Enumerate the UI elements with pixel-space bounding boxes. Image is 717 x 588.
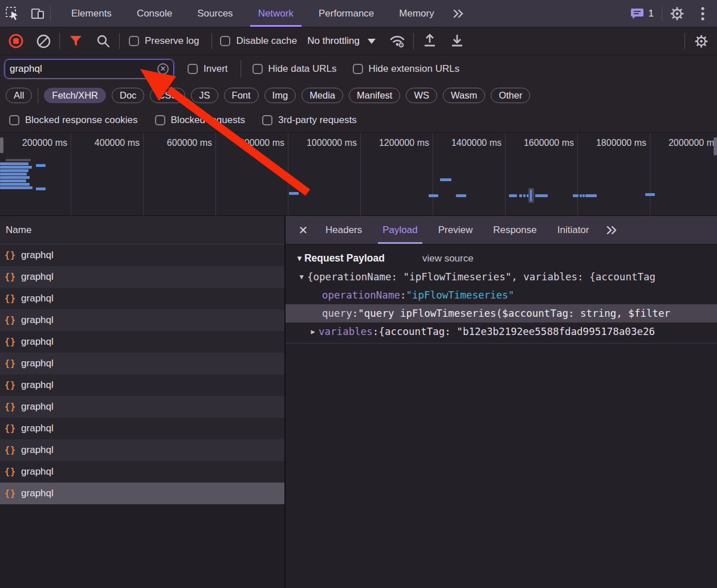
- panel-tab[interactable]: Memory: [386, 0, 446, 27]
- detail-tab[interactable]: Response: [483, 216, 547, 244]
- checkbox-box: [188, 64, 198, 74]
- request-row[interactable]: {} graphql: [0, 374, 284, 396]
- detail-tab[interactable]: Payload: [372, 216, 427, 244]
- payload-query-line[interactable]: query: "query ipFlowTimeseries($accountT…: [286, 304, 717, 322]
- payload-root-line[interactable]: ▼ {operationName: "ipFlowTimeseries", va…: [286, 268, 717, 286]
- request-row[interactable]: {} graphql: [0, 309, 284, 331]
- waterfall-bar[interactable]: [0, 173, 27, 175]
- record-button[interactable]: [5, 30, 27, 52]
- request-row[interactable]: {} graphql: [0, 461, 284, 483]
- import-har-icon[interactable]: [418, 30, 441, 52]
- timeline-scroll-handle-right[interactable]: [714, 137, 717, 156]
- chip-all[interactable]: All: [6, 88, 32, 103]
- request-row[interactable]: {} graphql: [0, 396, 284, 418]
- waterfall-bar[interactable]: [585, 194, 597, 197]
- collapse-triangle-icon[interactable]: ▼: [296, 254, 303, 263]
- more-detail-tabs-chevron[interactable]: [599, 216, 625, 244]
- type-chip[interactable]: Other: [491, 88, 530, 103]
- waterfall-bar[interactable]: [36, 164, 46, 167]
- filter-option-checkbox[interactable]: 3rd-party requests: [262, 115, 357, 126]
- issues-button[interactable]: 1: [625, 7, 659, 20]
- waterfall-selection-marker[interactable]: [528, 188, 534, 203]
- type-chip[interactable]: Wasm: [443, 88, 485, 103]
- more-tabs-chevron[interactable]: [447, 0, 471, 27]
- type-chip[interactable]: Font: [224, 88, 259, 103]
- invert-checkbox[interactable]: Invert: [188, 63, 228, 75]
- kebab-menu-icon[interactable]: [692, 6, 714, 21]
- waterfall-bar[interactable]: [645, 193, 655, 196]
- waterfall-bar[interactable]: [0, 166, 32, 169]
- panel-tab[interactable]: Network: [246, 0, 306, 27]
- request-row[interactable]: {} graphql: [0, 418, 284, 439]
- waterfall-bar[interactable]: [456, 194, 466, 197]
- waterfall-bar[interactable]: [0, 169, 28, 172]
- request-row[interactable]: {} graphql: [0, 244, 284, 266]
- waterfall-bar[interactable]: [0, 162, 28, 165]
- waterfall-bar[interactable]: [580, 194, 582, 197]
- throttling-dropdown[interactable]: No throttling: [302, 35, 381, 47]
- panel-tab[interactable]: Performance: [306, 0, 386, 27]
- network-settings-gear-icon[interactable]: [690, 30, 712, 52]
- request-row[interactable]: {} graphql: [0, 439, 284, 461]
- waterfall-bar[interactable]: [582, 194, 585, 197]
- inspect-element-icon[interactable]: [0, 0, 25, 27]
- type-chip[interactable]: JS: [191, 88, 218, 103]
- waterfall-bar[interactable]: [0, 179, 26, 182]
- type-chip[interactable]: Media: [302, 88, 343, 103]
- filter-funnel-icon[interactable]: [64, 30, 87, 52]
- waterfall-bar[interactable]: [0, 183, 30, 186]
- waterfall-bar[interactable]: [523, 194, 525, 197]
- payload-variables-line[interactable]: ▶ variables: {accountTag: "b12e3b2192ee5…: [286, 322, 717, 341]
- payload-operation-name-line[interactable]: operationName: "ipFlowTimeseries": [286, 286, 717, 304]
- request-row[interactable]: {} graphql: [0, 483, 284, 504]
- device-toolbar-icon[interactable]: [25, 0, 50, 27]
- waterfall-bar[interactable]: [440, 178, 451, 181]
- waterfall-bar[interactable]: [36, 187, 46, 190]
- waterfall-bar[interactable]: [429, 194, 438, 197]
- request-row[interactable]: {} graphql: [0, 331, 284, 353]
- disable-cache-checkbox[interactable]: Disable cache: [220, 35, 297, 47]
- hide-data-urls-checkbox[interactable]: Hide data URLs: [252, 63, 337, 75]
- network-conditions-icon[interactable]: [386, 30, 409, 52]
- filter-option-checkbox[interactable]: Blocked response cookies: [9, 115, 138, 126]
- clear-filter-icon[interactable]: ✕: [157, 63, 169, 75]
- request-row[interactable]: {} graphql: [0, 288, 284, 309]
- waterfall-bar[interactable]: [289, 192, 299, 195]
- filter-input[interactable]: [10, 63, 157, 75]
- type-chip[interactable]: Fetch/XHR: [44, 88, 106, 103]
- timeline-scroll-handle-left[interactable]: [0, 137, 3, 153]
- hide-extension-urls-checkbox[interactable]: Hide extension URLs: [353, 63, 460, 75]
- panel-tab[interactable]: Elements: [59, 0, 124, 27]
- export-har-icon[interactable]: [446, 30, 469, 52]
- detail-tab[interactable]: Headers: [315, 216, 372, 244]
- clear-network-log-icon[interactable]: [32, 30, 55, 52]
- type-chip[interactable]: WS: [406, 88, 437, 103]
- panel-tab[interactable]: Console: [124, 0, 185, 27]
- expand-triangle-icon[interactable]: ▼: [296, 273, 307, 281]
- waterfall-bar[interactable]: [6, 159, 31, 161]
- panel-tab[interactable]: Sources: [185, 0, 245, 27]
- waterfall-bar[interactable]: [509, 194, 517, 197]
- filter-option-checkbox[interactable]: Blocked requests: [155, 115, 245, 126]
- waterfall-bar[interactable]: [535, 194, 548, 197]
- expand-triangle-icon[interactable]: ▶: [307, 328, 319, 336]
- type-chip[interactable]: Doc: [112, 88, 144, 103]
- type-chip[interactable]: Img: [264, 88, 296, 103]
- search-icon[interactable]: [92, 30, 115, 52]
- detail-tab[interactable]: Initiator: [547, 216, 600, 244]
- name-column-header[interactable]: Name: [0, 216, 284, 244]
- request-row[interactable]: {} graphql: [0, 353, 284, 374]
- waterfall-bar[interactable]: [0, 186, 32, 189]
- detail-tab[interactable]: Preview: [428, 216, 483, 244]
- preserve-log-checkbox[interactable]: Preserve log: [129, 35, 199, 47]
- network-overview-timeline[interactable]: 200000 ms400000 ms600000 ms800000 ms1000…: [0, 133, 717, 216]
- close-detail-icon[interactable]: ✕: [291, 216, 315, 244]
- type-chip[interactable]: CSS: [150, 88, 185, 103]
- type-chip[interactable]: Manifest: [349, 88, 400, 103]
- settings-gear-icon[interactable]: [665, 6, 690, 21]
- waterfall-bar[interactable]: [519, 194, 522, 197]
- view-source-link[interactable]: view source: [422, 253, 474, 264]
- waterfall-bar[interactable]: [0, 176, 30, 179]
- waterfall-bar[interactable]: [573, 194, 579, 197]
- request-row[interactable]: {} graphql: [0, 266, 284, 288]
